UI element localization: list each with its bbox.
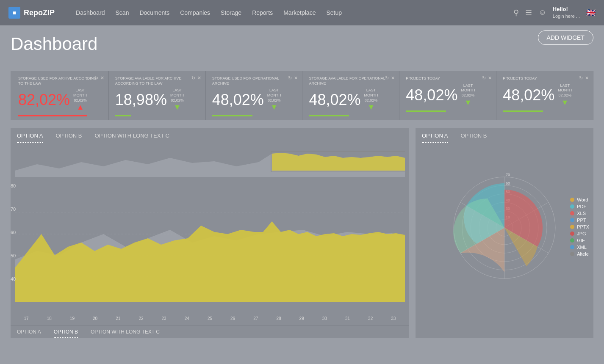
- ppt-dot: [570, 218, 574, 222]
- stat-close-5[interactable]: ✕: [585, 75, 589, 81]
- x-21: 21: [116, 316, 120, 321]
- y-label-50: 50: [11, 253, 16, 258]
- stat-value-row-2: 48,02% LASTMONTH82,02% ▼: [212, 88, 296, 112]
- bottom-tab-option-b[interactable]: OPTION B: [54, 329, 78, 338]
- stat-close-0[interactable]: ✕: [100, 75, 104, 81]
- stat-value-5: 48,02%: [503, 86, 554, 104]
- stat-refresh-3[interactable]: ↻: [385, 75, 389, 81]
- svg-text:70: 70: [506, 173, 510, 177]
- stat-last-4: LASTMONTH82,02%: [461, 83, 475, 98]
- stat-close-3[interactable]: ✕: [391, 75, 395, 81]
- x-31: 31: [345, 316, 350, 321]
- stat-close-1[interactable]: ✕: [197, 75, 201, 81]
- x-33: 33: [391, 316, 396, 321]
- x-22: 22: [139, 316, 143, 321]
- settings-sliders-icon[interactable]: ☰: [525, 8, 532, 17]
- legend-jpg: JPG: [570, 231, 589, 236]
- stat-refresh-1[interactable]: ↻: [191, 75, 195, 81]
- stat-refresh-2[interactable]: ↻: [288, 75, 292, 81]
- stat-side-4: LASTMONTH82,02% ▼: [461, 83, 475, 107]
- legend-altele: Altele: [570, 251, 589, 256]
- stat-arrow-3: ▼: [367, 103, 375, 112]
- stat-value-row-3: 48,02% LASTMONTH82,02% ▼: [309, 88, 393, 112]
- x-19: 19: [70, 316, 75, 321]
- nav-companies[interactable]: Companies: [180, 9, 210, 16]
- bottom-chart-tabs: OPTION A OPTION B OPTION WITH LONG TEXT …: [11, 325, 409, 338]
- stat-refresh-4[interactable]: ↻: [482, 75, 486, 81]
- stats-row: STORAGE USED FOR ARHIVE ACCORDING TO THE…: [11, 71, 593, 120]
- y-label-40: 40: [11, 276, 16, 281]
- stat-last-0: LASTMONTH82,02%: [73, 88, 87, 103]
- stat-bar-3: [309, 115, 349, 116]
- x-18: 18: [47, 316, 52, 321]
- y-label-80: 80: [11, 183, 16, 188]
- nav-storage[interactable]: Storage: [221, 9, 241, 16]
- nav-scan[interactable]: Scan: [116, 9, 129, 16]
- radar-tabs: OPTION A OPTION B: [416, 128, 593, 143]
- main-chart-container: 80 70 60 50 40: [11, 179, 409, 316]
- flag-icon[interactable]: 🇬🇧: [586, 8, 596, 17]
- stat-card-3: STORAGE AVAILABLE FOR OPERATIONAL ARCHIV…: [302, 71, 399, 120]
- login-link[interactable]: Login here ...: [553, 13, 580, 19]
- tab-option-a[interactable]: OPTION A: [17, 132, 43, 143]
- y-label-70: 70: [11, 207, 16, 212]
- stat-side-1: LASTMONTH82,02% ▼: [170, 88, 184, 112]
- xml-dot: [570, 245, 574, 249]
- radar-tab-a[interactable]: OPTION A: [422, 132, 448, 143]
- main-nav: Dashboard Scan Documents Companies Stora…: [76, 9, 501, 16]
- nav-documents[interactable]: Documents: [139, 9, 169, 16]
- radar-chart-area: 70 60 50 40 30 10: [416, 143, 593, 312]
- nav-setup[interactable]: Setup: [326, 9, 342, 16]
- stat-refresh-0[interactable]: ↻: [94, 75, 98, 81]
- stat-controls-0: ↻ ✕: [94, 75, 104, 81]
- x-32: 32: [368, 316, 373, 321]
- stat-last-5: LASTMONTH82,02%: [558, 83, 572, 98]
- svg-text:60: 60: [506, 181, 510, 185]
- add-widget-button[interactable]: ADD WIDGET: [538, 30, 593, 45]
- x-23: 23: [162, 316, 166, 321]
- x-24: 24: [185, 316, 189, 321]
- legend-ppt: PPT: [570, 218, 589, 223]
- stat-arrow-2: ▼: [270, 103, 278, 112]
- x-30: 30: [322, 316, 327, 321]
- stat-last-3: LASTMONTH82,02%: [364, 88, 378, 103]
- page-title: Dashboard: [11, 34, 97, 54]
- stat-controls-4: ↻ ✕: [482, 75, 492, 81]
- logo: ■ RepoZIP: [8, 7, 55, 19]
- nav-dashboard[interactable]: Dashboard: [76, 9, 105, 16]
- bottom-tab-option-c[interactable]: OPTION WITH LONG TEXT C: [91, 329, 160, 338]
- stat-last-1: LASTMONTH82,02%: [170, 88, 184, 103]
- user-icon[interactable]: ☺: [538, 8, 546, 17]
- header-right: ⚲ ☰ ☺ Hello! Login here ... 🇬🇧: [513, 6, 596, 20]
- stat-close-2[interactable]: ✕: [294, 75, 298, 81]
- stat-value-3: 48,02%: [309, 91, 360, 109]
- xls-dot: [570, 211, 574, 215]
- stat-arrow-4: ▼: [464, 98, 472, 107]
- radar-tab-b[interactable]: OPTION B: [460, 132, 487, 143]
- stat-refresh-5[interactable]: ↻: [579, 75, 583, 81]
- stat-controls-1: ↻ ✕: [191, 75, 201, 81]
- stat-value-4: 48,02%: [406, 86, 457, 104]
- stat-side-3: LASTMONTH82,02% ▼: [364, 88, 378, 112]
- stat-close-4[interactable]: ✕: [488, 75, 492, 81]
- login-hello: Hello!: [553, 6, 580, 13]
- mini-chart-svg: [15, 145, 405, 177]
- nav-marketplace[interactable]: Marketplace: [283, 9, 316, 16]
- bottom-tab-option-a[interactable]: OPTION A: [17, 329, 41, 338]
- stat-value-2: 48,02%: [212, 91, 264, 109]
- stat-arrow-0: ▲: [77, 103, 84, 112]
- stat-bar-4: [406, 110, 446, 112]
- legend-xls: XLS: [570, 211, 589, 216]
- login-text[interactable]: Hello! Login here ...: [553, 6, 580, 20]
- search-icon[interactable]: ⚲: [513, 8, 519, 17]
- tab-option-c[interactable]: OPTION WITH LONG TEXT C: [95, 132, 169, 143]
- logo-text: RepoZIP: [24, 8, 55, 17]
- stat-bar-0: [18, 115, 87, 116]
- nav-reports[interactable]: Reports: [252, 9, 273, 16]
- x-26: 26: [230, 316, 235, 321]
- tab-option-b[interactable]: OPTION B: [55, 132, 82, 143]
- stat-arrow-1: ▼: [174, 103, 181, 112]
- stat-card-2: STORAGE USED FOR OPERATIONAL ARCHIVE ↻ ✕…: [206, 71, 303, 120]
- pptx-dot: [570, 225, 574, 229]
- x-17: 17: [24, 316, 29, 321]
